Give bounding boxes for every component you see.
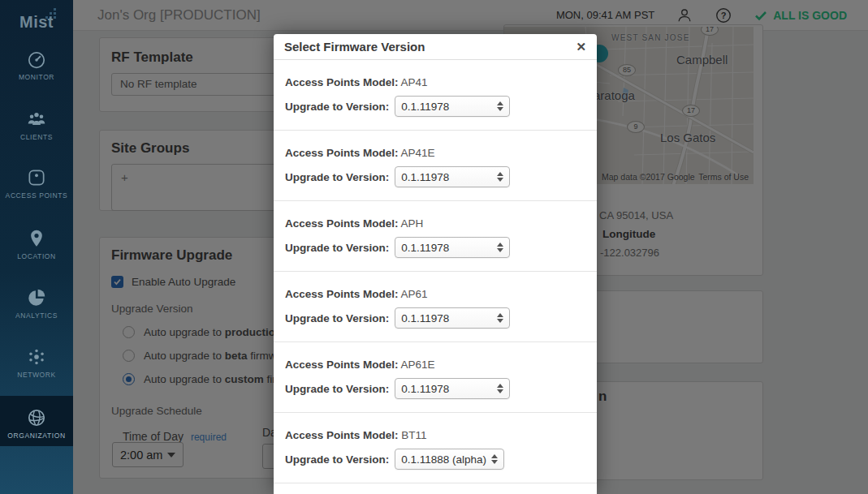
select-stepper-icon: [497, 172, 503, 182]
sidebar-label: NETWORK: [0, 371, 73, 379]
firmware-row-ap41: Access Points Model: AP41 Upgrade to Ver…: [274, 60, 597, 131]
app-window: Mist MONITOR CLIENTS: [0, 0, 868, 494]
firmware-row-bt11: Access Points Model: BT11 Upgrade to Ver…: [274, 413, 597, 483]
sidebar-item-location[interactable]: LOCATION: [0, 228, 73, 260]
version-value: 0.1.11978: [401, 383, 449, 395]
network-hub-icon: [26, 346, 47, 367]
version-line: Upgrade to Version: 0.1.11978: [285, 96, 585, 117]
model-line: Access Points Model: BT11: [285, 429, 585, 441]
version-select-bt11[interactable]: 0.1.11888 (alpha): [395, 449, 504, 470]
pie-chart-icon: [26, 287, 47, 308]
sidebar-item-analytics[interactable]: ANALYTICS: [0, 287, 73, 320]
version-value: 0.1.11978: [401, 242, 449, 254]
sidebar-item-network[interactable]: NETWORK: [0, 346, 73, 379]
version-line: Upgrade to Version: 0.1.11888 (alpha): [285, 449, 585, 470]
version-value: 0.1.11978: [401, 171, 449, 183]
modal-header: Select Firmware Version ✕: [274, 34, 597, 60]
map-pin-icon: [26, 228, 47, 249]
sidebar-label: ANALYTICS: [0, 311, 73, 320]
firmware-row-ap61e: Access Points Model: AP61E Upgrade to Ve…: [274, 342, 597, 413]
version-select-ap41[interactable]: 0.1.11978: [395, 96, 510, 117]
select-firmware-version-modal: Select Firmware Version ✕ Access Points …: [274, 34, 597, 494]
version-select-aph[interactable]: 0.1.11978: [395, 237, 510, 258]
sidebar-label: ORGANIZATION: [0, 432, 73, 440]
sidebar-label: MONITOR: [0, 73, 73, 81]
version-line: Upgrade to Version: 0.1.11978: [285, 378, 585, 399]
select-stepper-icon: [497, 101, 503, 111]
version-value: 0.1.11978: [401, 312, 449, 324]
firmware-row-ap41e: Access Points Model: AP41E Upgrade to Ve…: [274, 131, 597, 201]
model-line: Access Points Model: AP61: [285, 288, 585, 300]
sidebar-label: LOCATION: [0, 252, 73, 260]
mist-logo[interactable]: Mist: [0, 5, 73, 34]
globe-icon: [26, 407, 47, 428]
version-line: Upgrade to Version: 0.1.11978: [285, 237, 585, 258]
sidebar-label: CLIENTS: [0, 133, 73, 141]
version-value: 0.1.11978: [401, 101, 449, 113]
sidebar-item-clients[interactable]: CLIENTS: [0, 109, 73, 141]
select-stepper-icon: [497, 243, 503, 252]
sidebar-label: ACCESS POINTS: [0, 191, 73, 200]
version-value: 0.1.11888 (alpha): [401, 453, 486, 466]
clients-people-icon: [26, 109, 47, 130]
version-select-ap41e[interactable]: 0.1.11978: [395, 166, 510, 187]
version-line: Upgrade to Version: 0.1.11978: [285, 166, 585, 187]
sidebar-item-monitor[interactable]: MONITOR: [0, 49, 73, 81]
close-icon[interactable]: ✕: [576, 41, 586, 53]
version-select-ap61e[interactable]: 0.1.11978: [395, 378, 510, 399]
sidebar-item-organization[interactable]: ORGANIZATION: [0, 396, 73, 446]
version-select-ap61[interactable]: 0.1.11978: [395, 307, 510, 329]
firmware-row-ap61: Access Points Model: AP61 Upgrade to Ver…: [274, 272, 597, 342]
sidebar: Mist MONITOR CLIENTS: [0, 0, 73, 494]
modal-title: Select Firmware Version: [284, 40, 425, 54]
model-line: Access Points Model: AP61E: [285, 359, 585, 371]
version-line: Upgrade to Version: 0.1.11978: [285, 307, 585, 329]
select-stepper-icon: [497, 313, 503, 323]
mist-logo-text: Mist: [0, 13, 73, 32]
select-stepper-icon: [491, 454, 498, 464]
model-line: Access Points Model: AP41: [285, 76, 585, 88]
select-stepper-icon: [497, 384, 503, 393]
sidebar-item-access-points[interactable]: ACCESS POINTS: [0, 167, 73, 200]
model-line: Access Points Model: AP41E: [285, 147, 585, 159]
model-line: Access Points Model: APH: [285, 217, 585, 230]
firmware-row-aph: Access Points Model: APH Upgrade to Vers…: [274, 201, 597, 272]
access-point-icon: [26, 167, 47, 188]
gauge-icon: [26, 49, 47, 70]
